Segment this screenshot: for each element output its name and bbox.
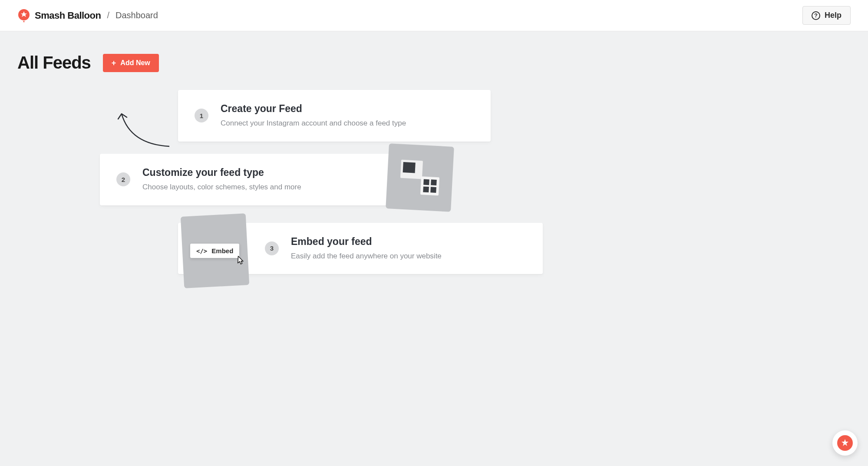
- embed-illustration: </> Embed: [181, 213, 249, 288]
- layout-preview-icon: [400, 159, 423, 179]
- balloon-icon: [17, 9, 30, 22]
- brand-logo[interactable]: Smash Balloon: [17, 9, 101, 22]
- layout-illustration: [386, 143, 454, 212]
- add-new-label: Add New: [120, 59, 150, 67]
- help-button[interactable]: ? Help: [802, 6, 851, 25]
- plus-icon: +: [112, 59, 116, 67]
- step-description: Easily add the feed anywhere on your web…: [291, 251, 526, 261]
- brand-name: Smash Balloon: [35, 10, 101, 21]
- step-title: Create your Feed: [221, 103, 474, 115]
- breadcrumb-separator: /: [107, 10, 109, 20]
- embed-chip: </> Embed: [190, 244, 239, 258]
- embed-chip-label: Embed: [212, 247, 234, 254]
- step-number-badge: 2: [116, 172, 130, 186]
- svg-marker-2: [842, 439, 848, 446]
- grid-preview-icon: [420, 176, 439, 195]
- step-description: Connect your Instagram account and choos…: [221, 118, 474, 129]
- breadcrumb-current: Dashboard: [116, 10, 158, 20]
- balloon-icon: [837, 435, 853, 451]
- onboarding-steps: 1 Create your Feed Connect your Instagra…: [17, 90, 582, 274]
- page-title: All Feeds: [17, 53, 91, 73]
- step-card-embed: </> Embed 3 Embed your feed Easily add t…: [178, 223, 543, 274]
- main-content: All Feeds + Add New 1 Create your Feed C…: [0, 31, 868, 296]
- help-icon: ?: [812, 11, 820, 20]
- app-header: Smash Balloon / Dashboard ? Help: [0, 0, 868, 31]
- step-content: Embed your feed Easily add the feed anyw…: [291, 236, 526, 261]
- step-content: Customize your feed type Choose layouts,…: [142, 167, 369, 192]
- page-header: All Feeds + Add New: [17, 53, 851, 73]
- step-card-create: 1 Create your Feed Connect your Instagra…: [178, 90, 491, 142]
- step-description: Choose layouts, color schemes, styles an…: [142, 182, 369, 192]
- help-label: Help: [825, 11, 842, 20]
- floating-help-badge[interactable]: [832, 430, 858, 456]
- cursor-icon: [235, 255, 245, 266]
- step-number-badge: 3: [265, 241, 279, 255]
- step-number-badge: 1: [195, 109, 208, 122]
- step-card-customize: 2 Customize your feed type Choose layout…: [100, 154, 447, 205]
- step-title: Customize your feed type: [142, 167, 369, 178]
- header-left: Smash Balloon / Dashboard: [17, 9, 158, 22]
- step-title: Embed your feed: [291, 236, 526, 248]
- code-icon: </>: [196, 247, 207, 254]
- step-content: Create your Feed Connect your Instagram …: [221, 103, 474, 129]
- add-new-button[interactable]: + Add New: [103, 54, 159, 72]
